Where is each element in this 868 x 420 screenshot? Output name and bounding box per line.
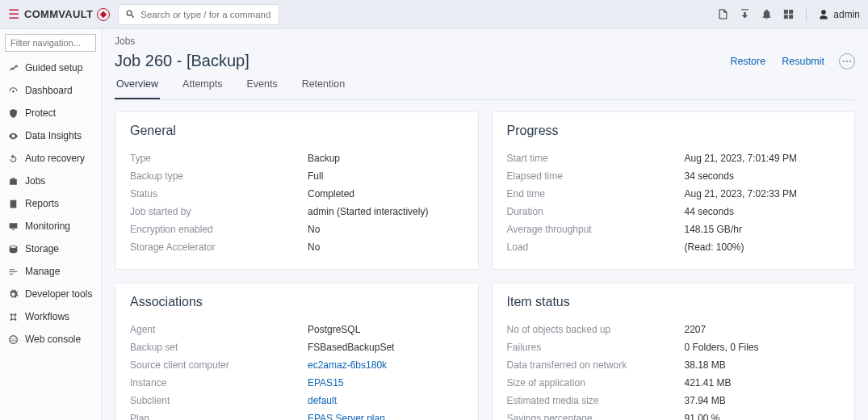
resubmit-link[interactable]: Resubmit xyxy=(782,56,824,67)
sidebar-item-label: Data Insights xyxy=(25,130,82,141)
refresh-icon xyxy=(8,153,19,164)
item-status-row: Size of application421.41 MB xyxy=(507,374,841,392)
bell-icon[interactable] xyxy=(761,8,773,20)
breadcrumb[interactable]: Jobs xyxy=(115,36,855,47)
sidebar-item-reports[interactable]: Reports xyxy=(0,192,101,215)
item-status-value: 37.94 MB xyxy=(685,395,726,406)
sidebar-item-data-insights[interactable]: Data Insights xyxy=(0,124,101,147)
progress-value: Aug 21, 2023, 7:01:49 PM xyxy=(685,153,797,164)
tab-events[interactable]: Events xyxy=(245,78,279,99)
disk-icon xyxy=(8,244,19,254)
sidebar-item-developer-tools[interactable]: Developer tools xyxy=(0,283,101,305)
item-status-value: 38.18 MB xyxy=(685,359,726,371)
progress-value: (Read: 100%) xyxy=(685,242,744,253)
item-status-key: Data transferred on network xyxy=(507,359,685,371)
associations-row: Backup setFSBasedBackupSet xyxy=(130,338,463,356)
user-name: admin xyxy=(833,9,860,20)
progress-value: 148.15 GB/hr xyxy=(685,224,742,235)
progress-value: 34 seconds xyxy=(685,170,734,182)
progress-key: End time xyxy=(507,188,685,200)
sidebar-item-guided-setup[interactable]: Guided setup xyxy=(0,57,101,79)
sidebar-item-label: Storage xyxy=(25,243,59,254)
sidebar-item-monitoring[interactable]: Monitoring xyxy=(0,215,101,237)
sidebar-item-label: Developer tools xyxy=(25,288,92,300)
brand-logo: COMMVAULT xyxy=(24,8,110,21)
associations-value[interactable]: EPAS15 xyxy=(308,377,343,388)
menu-icon[interactable]: ☰ xyxy=(8,6,19,22)
associations-row: AgentPostgreSQL xyxy=(130,321,463,338)
item-status-value: 91.00 % xyxy=(685,413,720,420)
tab-attempts[interactable]: Attempts xyxy=(181,78,224,99)
restore-link[interactable]: Restore xyxy=(730,56,765,67)
search-input[interactable] xyxy=(140,10,272,19)
user-icon xyxy=(818,9,829,20)
tab-overview[interactable]: Overview xyxy=(115,78,160,99)
sidebar: Guided setupDashboardProtectData Insight… xyxy=(0,29,102,420)
global-search[interactable] xyxy=(118,4,279,25)
download-icon[interactable] xyxy=(739,8,751,20)
associations-key: Source client computer xyxy=(130,359,308,371)
item-status-heading: Item status xyxy=(507,295,841,309)
topbar: ☰ COMMVAULT admin xyxy=(0,0,868,29)
item-status-value: 2207 xyxy=(685,324,707,335)
divider xyxy=(806,7,807,22)
associations-value: FSBasedBackupSet xyxy=(308,342,394,353)
item-status-row: Savings percentage91.00 % xyxy=(507,410,841,420)
progress-value: 44 seconds xyxy=(685,206,734,217)
associations-value[interactable]: EPAS Server plan xyxy=(308,413,385,420)
associations-row: Source client computerec2amaz-6bs180k xyxy=(130,356,463,374)
general-row: Job started byadmin (Started interactive… xyxy=(130,203,463,220)
general-key: Encryption enabled xyxy=(130,224,308,235)
general-row: TypeBackup xyxy=(130,149,463,167)
sidebar-item-web-console[interactable]: Web console xyxy=(0,328,101,351)
item-status-key: Estimated media size xyxy=(507,395,685,406)
associations-key: Backup set xyxy=(130,342,308,353)
main-content: Jobs Job 260 - [Backup] Restore Resubmit… xyxy=(102,29,868,420)
general-key: Storage Accelerator xyxy=(130,242,308,253)
eye-icon xyxy=(8,131,19,141)
general-key: Job started by xyxy=(130,206,308,217)
sidebar-item-auto-recovery[interactable]: Auto recovery xyxy=(0,147,101,170)
file-icon[interactable] xyxy=(717,8,729,20)
general-value: No xyxy=(308,242,320,253)
general-value: No xyxy=(308,224,320,235)
sidebar-item-protect[interactable]: Protect xyxy=(0,102,101,124)
sidebar-item-storage[interactable]: Storage xyxy=(0,237,101,260)
general-key: Type xyxy=(130,153,308,164)
sidebar-item-workflows[interactable]: Workflows xyxy=(0,305,101,328)
general-card: General TypeBackupBackup typeFullStatusC… xyxy=(115,111,479,270)
search-icon xyxy=(125,9,136,19)
item-status-value: 0 Folders, 0 Files xyxy=(685,342,759,353)
sidebar-item-manage[interactable]: Manage xyxy=(0,260,101,283)
associations-key: Agent xyxy=(130,324,308,335)
general-value: Completed xyxy=(308,188,354,200)
user-menu[interactable]: admin xyxy=(818,9,860,20)
sidebar-item-dashboard[interactable]: Dashboard xyxy=(0,79,101,102)
apps-icon[interactable] xyxy=(782,8,795,20)
sidebar-item-label: Protect xyxy=(25,107,56,119)
general-value: admin (Started interactively) xyxy=(308,206,428,217)
report-icon xyxy=(8,199,19,209)
progress-row: End timeAug 21, 2023, 7:02:33 PM xyxy=(507,185,841,203)
general-row: Backup typeFull xyxy=(130,167,463,185)
progress-value: Aug 21, 2023, 7:02:33 PM xyxy=(685,188,797,200)
associations-value[interactable]: default xyxy=(308,395,337,406)
sidebar-item-label: Web console xyxy=(25,334,81,345)
item-status-row: No of objects backed up2207 xyxy=(507,321,841,338)
item-status-key: No of objects backed up xyxy=(507,324,685,335)
tabs: OverviewAttemptsEventsRetention xyxy=(115,78,855,100)
general-row: StatusCompleted xyxy=(130,185,463,203)
filter-navigation-input[interactable] xyxy=(5,34,96,52)
brand-mark-icon xyxy=(97,8,110,21)
sidebar-item-jobs[interactable]: Jobs xyxy=(0,170,101,192)
item-status-row: Data transferred on network38.18 MB xyxy=(507,356,841,374)
associations-value[interactable]: ec2amaz-6bs180k xyxy=(308,359,387,371)
tools-icon xyxy=(8,63,19,74)
more-actions-button[interactable]: ⋯ xyxy=(839,53,855,69)
progress-card: Progress Start timeAug 21, 2023, 7:01:49… xyxy=(492,111,856,270)
flow-icon xyxy=(8,312,19,322)
tab-retention[interactable]: Retention xyxy=(300,78,347,99)
brand-text: COMMVAULT xyxy=(24,8,93,20)
progress-row: Load(Read: 100%) xyxy=(507,238,841,256)
item-status-key: Size of application xyxy=(507,377,685,388)
